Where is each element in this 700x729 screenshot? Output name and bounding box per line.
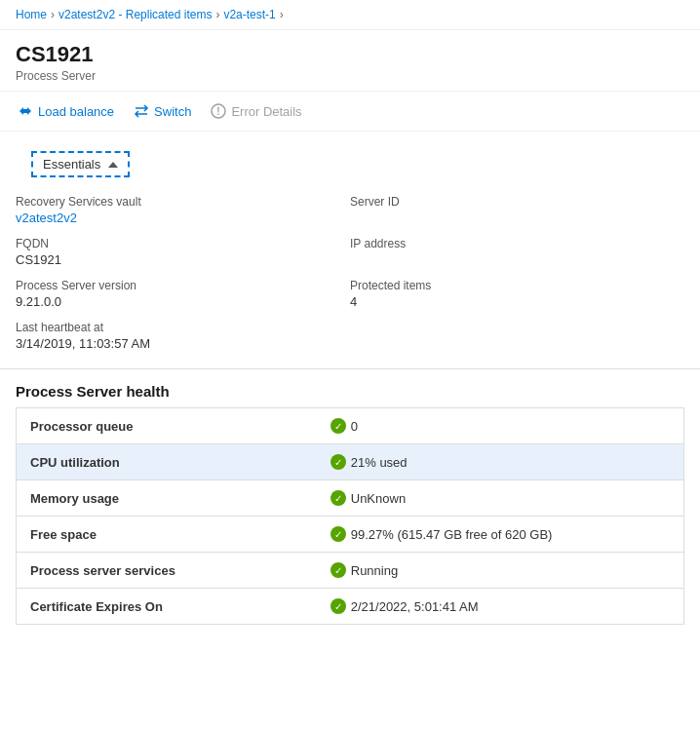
field-label-psv: Process Server version [16,279,350,292]
title-area: CS1921 Process Server [0,30,700,92]
essentials-grid: Recovery Services vault v2atest2v2 Serve… [16,189,684,357]
table-row: CPU utilization ✓ 21% used [17,444,684,480]
field-label-ip: IP address [350,237,684,250]
field-recovery-services-vault: Recovery Services vault v2atest2v2 [16,189,350,231]
field-server-id: Server ID [350,189,684,231]
field-value-fqdn: CS1921 [16,252,350,267]
error-details-icon: ! [211,103,226,119]
field-label-lh: Last heartbeat at [16,321,350,334]
health-row-label-cert: Certificate Expires On [17,589,317,625]
field-fqdn: FQDN CS1921 [16,231,350,273]
breadcrumb-sep-3: › [280,8,284,21]
breadcrumb: Home › v2atest2v2 - Replicated items › v… [0,0,700,30]
health-row-label-services: Process server services [17,553,317,589]
status-icon-mem: ✓ [331,490,346,506]
status-value-fs: 99.27% (615.47 GB free of 620 GB) [351,527,553,542]
breadcrumb-v2a-test-1[interactable]: v2a-test-1 [223,8,275,21]
load-balance-icon [18,103,33,119]
field-label-pi: Protected items [350,279,684,292]
toolbar: Load balance Switch ! Error Details [0,92,700,132]
field-last-heartbeat: Last heartbeat at 3/14/2019, 11:03:57 AM [16,315,350,357]
switch-icon [134,103,149,119]
status-icon-fs: ✓ [331,526,346,542]
health-row-value-services: ✓ Running [317,553,684,589]
health-title: Process Server health [16,369,684,407]
health-section: Process Server health Processor queue ✓ … [0,369,700,640]
health-row-value-processor-queue: ✓ 0 [317,408,684,444]
status-cell-cert: ✓ 2/21/2022, 5:01:41 AM [331,598,670,614]
table-row: Process server services ✓ Running [17,553,684,589]
field-protected-items: Protected items 4 [350,273,684,315]
table-row: Certificate Expires On ✓ 2/21/2022, 5:01… [17,589,684,625]
essentials-content: Recovery Services vault v2atest2v2 Serve… [0,177,700,369]
breadcrumb-sep-2: › [215,8,219,21]
health-row-label-cpu: CPU utilization [17,444,317,480]
status-cell-cpu: ✓ 21% used [331,454,670,470]
status-icon-svc: ✓ [331,562,346,578]
breadcrumb-v2atest2v2[interactable]: v2atest2v2 - Replicated items [58,8,212,21]
field-value-lh: 3/14/2019, 11:03:57 AM [16,336,350,351]
page-subtitle: Process Server [16,69,684,83]
load-balance-label: Load balance [38,104,114,119]
breadcrumb-sep-1: › [51,8,55,21]
field-ip-address: IP address [350,231,684,273]
status-icon-cert: ✓ [331,598,346,614]
status-cell-mem: ✓ UnKnown [331,490,670,506]
health-row-value-cert: ✓ 2/21/2022, 5:01:41 AM [317,589,684,625]
switch-label: Switch [154,104,191,119]
field-label-rsv: Recovery Services vault [16,195,350,209]
field-value-rsv[interactable]: v2atest2v2 [16,211,77,225]
status-value-mem: UnKnown [351,491,406,506]
status-value-svc: Running [351,563,398,578]
health-row-value-freespace: ✓ 99.27% (615.47 GB free of 620 GB) [317,517,684,553]
field-label-fqdn: FQDN [16,237,350,250]
svg-text:!: ! [217,106,220,117]
status-cell-fs: ✓ 99.27% (615.47 GB free of 620 GB) [331,526,670,542]
field-value-pi: 4 [350,294,684,309]
health-row-label-processor-queue: Processor queue [17,408,317,444]
status-value-cpu: 21% used [351,455,408,470]
load-balance-button[interactable]: Load balance [16,99,116,123]
field-ps-version: Process Server version 9.21.0.0 [16,273,350,315]
health-row-label-memory: Memory usage [17,480,317,517]
error-details-label: Error Details [231,104,301,119]
field-label-sid: Server ID [350,195,684,209]
health-row-label-freespace: Free space [17,517,317,553]
table-row: Free space ✓ 99.27% (615.47 GB free of 6… [17,517,684,553]
breadcrumb-home[interactable]: Home [16,8,47,21]
essentials-tab[interactable]: Essentials [31,151,130,177]
status-cell-svc: ✓ Running [331,562,670,578]
status-value-pq: 0 [351,419,358,434]
status-cell-pq: ✓ 0 [331,418,670,434]
error-details-button[interactable]: ! Error Details [209,99,303,123]
health-row-value-memory: ✓ UnKnown [317,480,684,517]
table-row: Processor queue ✓ 0 [17,408,684,444]
status-icon-pq: ✓ [331,418,346,434]
essentials-tab-container: Essentials [0,132,700,177]
essentials-tab-label: Essentials [43,157,100,172]
status-icon-cpu: ✓ [331,454,346,470]
switch-button[interactable]: Switch [132,99,193,123]
health-table: Processor queue ✓ 0 CPU utilization ✓ 21… [16,407,684,625]
table-row: Memory usage ✓ UnKnown [17,480,684,517]
chevron-up-icon [108,162,118,168]
status-value-cert: 2/21/2022, 5:01:41 AM [351,599,479,614]
health-row-value-cpu: ✓ 21% used [317,444,684,480]
page-title: CS1921 [16,42,684,67]
field-value-psv: 9.21.0.0 [16,294,350,309]
